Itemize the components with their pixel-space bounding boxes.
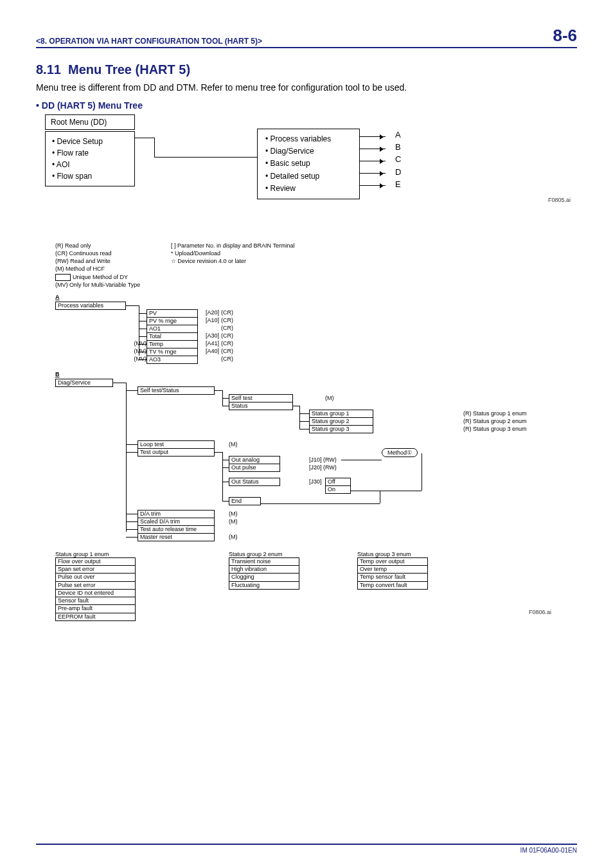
status-group-2-enum: Status group 2 enum Transient noiseHigh …: [229, 551, 299, 590]
dd-subheading: • DD (HART 5) Menu Tree: [36, 100, 577, 111]
section-b-tree: B Diag/Service Self test/Status Self tes…: [55, 371, 577, 641]
root-menu-title: Root Menu (DD): [45, 114, 135, 130]
legend: (R) Read only(CR) Continuous read(RW) Re…: [55, 242, 577, 289]
section-heading: 8.11 Menu Tree (HART 5): [36, 62, 577, 77]
status-group-3-enum: Status group 3 enum Temp over outputOver…: [357, 551, 428, 590]
section-letters: ABCDE: [395, 129, 401, 190]
page-number: 8-6: [553, 26, 577, 46]
section-a-tree: A Process variables PV[A20](CR)PV % rnge…: [55, 294, 577, 371]
unique-method-box-icon: [55, 274, 71, 281]
status-group-1-enum: Status group 1 enum Flow over outputSpan…: [55, 551, 136, 621]
chapter-title: <8. OPERATION VIA HART CONFIGURATION TOO…: [36, 37, 262, 46]
method-bubble: Method①: [382, 448, 418, 457]
device-setup-items: • Process variables• Diag/Service• Basic…: [257, 129, 360, 199]
figure-label-bottom: F0806.ai: [529, 609, 551, 615]
menu-tree-top-diagram: Root Menu (DD) • Device Setup• Flow rate…: [45, 114, 577, 237]
footer-doc-id: IM 01F06A00-01EN: [36, 844, 577, 854]
root-menu-items: • Device Setup• Flow rate• AOI• Flow spa…: [45, 131, 135, 186]
intro-text: Menu tree is different from DD and DTM. …: [36, 82, 577, 93]
figure-label-top: F0805.ai: [548, 197, 571, 203]
